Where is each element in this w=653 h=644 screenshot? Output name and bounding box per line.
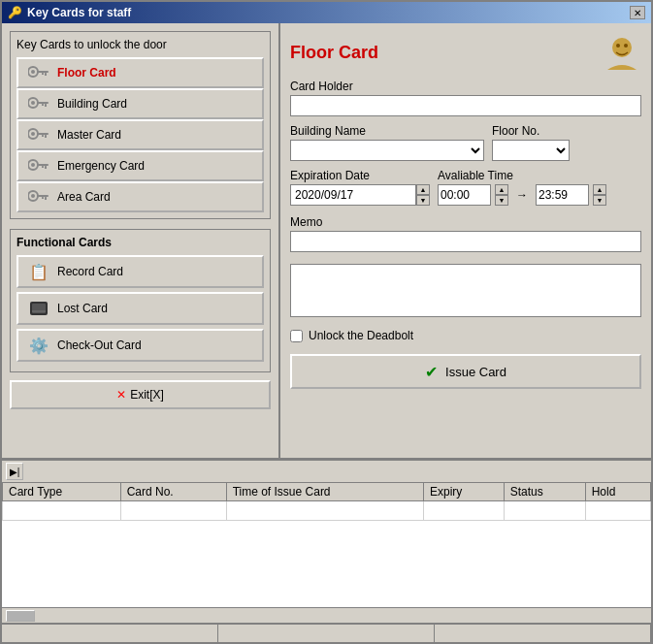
floor-card-label: Floor Card	[57, 66, 116, 80]
lost-icon	[28, 298, 49, 319]
svg-rect-19	[42, 166, 44, 168]
lost-card-label: Lost Card	[57, 302, 108, 315]
text-area-box	[290, 264, 641, 317]
time-group: ▲ ▼ → ▲ ▼	[438, 184, 606, 206]
functional-section: Functional Cards 📋 Record Card Lost Card	[10, 229, 271, 372]
col-expiry: Expiry	[424, 483, 505, 501]
available-time-col: Avaliable Time ▲ ▼ → ▲ ▼	[438, 169, 606, 206]
status-segment-2	[218, 625, 435, 642]
svg-point-6	[31, 101, 35, 105]
svg-rect-24	[42, 197, 44, 199]
svg-rect-23	[45, 197, 47, 200]
unlock-deadbolt-checkbox[interactable]	[290, 330, 303, 342]
exit-button[interactable]: ✕ Exit[X]	[10, 380, 271, 409]
nav-first-button[interactable]: ▶|	[6, 463, 23, 480]
building-name-col: Building Name	[290, 124, 484, 161]
date-input-wrap: ▲ ▼	[290, 184, 430, 206]
time-from-spinner: ▲ ▼	[495, 184, 508, 206]
status-segment-3	[435, 625, 651, 642]
svg-rect-9	[42, 104, 44, 106]
functional-title: Functional Cards	[16, 236, 264, 249]
time-from-spin-down[interactable]: ▼	[495, 195, 508, 206]
emergency-card-label: Emergency Card	[57, 159, 145, 173]
emergency-card-button[interactable]: Emergency Card	[16, 150, 264, 181]
col-status: Status	[504, 483, 585, 501]
issue-btn-label: Issue Card	[445, 365, 506, 379]
svg-point-21	[31, 194, 35, 198]
panel-title: Floor Card	[290, 43, 378, 63]
right-panel: Floor Card Card Holder	[279, 23, 651, 458]
key-icon-area	[28, 189, 49, 206]
exit-label: Exit[X]	[130, 388, 164, 402]
expiration-date-input[interactable]	[290, 184, 416, 206]
card-holder-field: Card Holder	[290, 80, 641, 116]
expiration-label: Expiration Date	[290, 169, 430, 182]
window-title: Key Cards for staff	[27, 6, 131, 19]
time-from-input[interactable]	[438, 184, 491, 206]
main-window: 🔑 Key Cards for staff ✕ Key Cards to unl…	[0, 0, 653, 644]
col-card-no: Card No.	[120, 483, 226, 501]
right-title-row: Floor Card	[290, 33, 641, 72]
floor-no-label: Floor No.	[492, 124, 570, 138]
time-to-input[interactable]	[536, 184, 589, 206]
key-icon-building	[28, 96, 49, 113]
building-card-label: Building Card	[57, 97, 127, 111]
building-name-select[interactable]	[290, 140, 484, 161]
status-bar	[2, 623, 651, 642]
svg-rect-18	[45, 166, 47, 169]
checkout-card-label: Check-Out Card	[57, 338, 142, 352]
status-segment-1	[2, 625, 218, 642]
record-card-button[interactable]: 📋 Record Card	[16, 255, 264, 288]
svg-rect-14	[42, 135, 44, 137]
svg-point-30	[624, 44, 628, 48]
col-hold: Hold	[585, 483, 650, 501]
main-content: Key Cards to unlock the door Floor Card	[2, 23, 651, 458]
key-icon-emergency	[28, 158, 49, 175]
table-body	[3, 501, 651, 521]
svg-rect-22	[37, 195, 49, 197]
nav-row: ▶|	[2, 460, 651, 482]
memo-input[interactable]	[290, 231, 641, 252]
avatar-icon	[603, 33, 641, 72]
card-holder-input[interactable]	[290, 95, 641, 116]
hscroll-thumb[interactable]	[6, 610, 35, 622]
issue-card-button[interactable]: ✔ Issue Card	[290, 354, 641, 389]
title-bar-left: 🔑 Key Cards for staff	[8, 6, 131, 19]
building-card-button[interactable]: Building Card	[16, 88, 264, 119]
date-spin-down[interactable]: ▼	[416, 195, 430, 206]
svg-rect-13	[45, 135, 47, 138]
time-arrow: →	[512, 188, 532, 202]
keycards-title: Key Cards to unlock the door	[16, 38, 264, 51]
svg-rect-2	[37, 71, 49, 73]
svg-rect-4	[42, 73, 44, 75]
horizontal-scrollbar[interactable]	[2, 607, 651, 623]
svg-rect-17	[37, 164, 49, 166]
lost-card-button[interactable]: Lost Card	[16, 292, 264, 325]
svg-rect-8	[45, 104, 47, 107]
table-row-empty	[3, 501, 651, 521]
time-to-spinner: ▲ ▼	[593, 184, 606, 206]
svg-point-29	[616, 44, 620, 48]
close-button[interactable]: ✕	[630, 6, 645, 19]
key-icon-master	[28, 127, 49, 144]
floor-no-col: Floor No.	[492, 124, 570, 161]
checkout-card-button[interactable]: ⚙️ Check-Out Card	[16, 329, 264, 362]
area-card-button[interactable]: Area Card	[16, 181, 264, 212]
floor-card-button[interactable]: Floor Card	[16, 57, 264, 88]
record-card-label: Record Card	[57, 265, 123, 278]
time-to-spin-down[interactable]: ▼	[593, 195, 606, 206]
time-to-spin-up[interactable]: ▲	[593, 184, 606, 195]
time-from-spin-up[interactable]: ▲	[495, 184, 508, 195]
svg-point-11	[31, 132, 35, 136]
floor-no-select[interactable]	[492, 140, 570, 161]
date-spin-up[interactable]: ▲	[416, 184, 430, 195]
col-issue-time: Time of Issue Card	[226, 483, 423, 501]
master-card-button[interactable]: Master Card	[16, 119, 264, 150]
svg-rect-7	[37, 102, 49, 104]
building-floor-row: Building Name Floor No.	[290, 124, 641, 161]
master-card-label: Master Card	[57, 128, 121, 142]
svg-rect-3	[45, 73, 47, 76]
cards-table: Card Type Card No. Time of Issue Card Ex…	[2, 482, 651, 521]
date-time-row: Expiration Date ▲ ▼ Avaliable Time	[290, 169, 641, 206]
card-holder-label: Card Holder	[290, 80, 641, 93]
